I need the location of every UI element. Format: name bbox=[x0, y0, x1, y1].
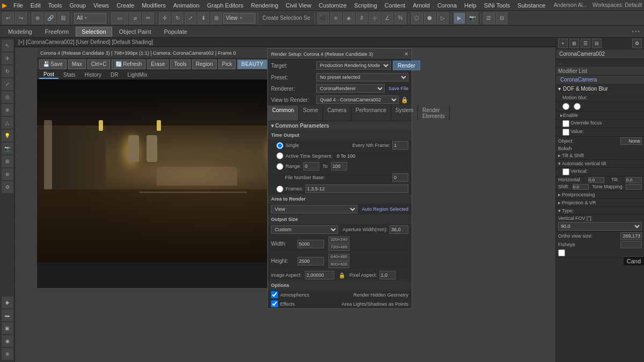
vertical-fov-input[interactable] bbox=[620, 232, 642, 240]
rtab-history[interactable]: History bbox=[80, 71, 106, 78]
toolbar-shape[interactable]: ⬢ bbox=[424, 12, 436, 24]
rs-area-select[interactable]: View bbox=[271, 205, 357, 213]
rs-title-bar[interactable]: Render Setup: Corona 4 (Release Candidat… bbox=[268, 49, 412, 60]
rs-options-header[interactable]: Options bbox=[268, 281, 412, 290]
rs-lock-icon[interactable]: 🔒 bbox=[401, 97, 408, 104]
toolbar-mirror[interactable]: ⬛ bbox=[317, 12, 329, 24]
menu-create[interactable]: Create bbox=[113, 2, 137, 9]
toolbar-select-move[interactable]: ⊞ bbox=[210, 12, 222, 24]
toolbar-align[interactable]: ≡ bbox=[330, 12, 342, 24]
rs-size-720[interactable]: 720×486 bbox=[328, 244, 349, 251]
beauty-btn[interactable]: BEAUTY bbox=[237, 60, 267, 69]
rs-tab-common[interactable]: Common bbox=[268, 106, 299, 121]
rs-effects-check[interactable] bbox=[271, 300, 278, 307]
toolbar-spinner[interactable]: ⬡ bbox=[411, 12, 423, 24]
menu-modifiers[interactable]: Modifiers bbox=[138, 2, 169, 9]
menu-tools[interactable]: Tools bbox=[45, 2, 65, 9]
left-icon-edge[interactable]: ▬ bbox=[2, 309, 13, 321]
menu-file[interactable]: File bbox=[10, 2, 26, 9]
rp-icon-1[interactable]: + bbox=[558, 39, 568, 48]
rs-tab-performance[interactable]: Performance bbox=[352, 106, 391, 121]
coord-dropdown[interactable]: View▾ bbox=[223, 13, 255, 24]
toolbar-layers[interactable]: ☰ bbox=[483, 12, 495, 24]
left-icon-spacewarps[interactable]: ⊛ bbox=[2, 168, 13, 180]
rs-size-800[interactable]: 800×600 bbox=[328, 261, 349, 268]
rs-output-header[interactable]: Output Size bbox=[268, 215, 412, 224]
rs-size-640[interactable]: 640×480 bbox=[328, 254, 349, 261]
rs-tab-scene[interactable]: Scene bbox=[299, 106, 323, 121]
rs-tab-camera[interactable]: Camera bbox=[323, 106, 352, 121]
dof-enable-check[interactable] bbox=[562, 120, 569, 127]
rs-target-select[interactable]: Production Rendering Mode bbox=[316, 61, 391, 70]
menu-content[interactable]: Content bbox=[382, 2, 409, 9]
region-btn[interactable]: Region bbox=[192, 60, 217, 69]
rs-time-output-header[interactable]: Time Output bbox=[268, 131, 412, 140]
toolbar-render[interactable]: ▶ bbox=[453, 12, 465, 24]
rtab-lightmix[interactable]: LightMix bbox=[123, 71, 151, 78]
toolbar-move[interactable]: ✛ bbox=[159, 12, 171, 24]
rs-save-file-btn[interactable]: Save File bbox=[388, 86, 408, 91]
rs-preset-select[interactable]: No preset selected bbox=[316, 73, 408, 82]
menu-scripting[interactable]: Scripting bbox=[351, 2, 380, 9]
menu-corona[interactable]: Corona bbox=[434, 2, 460, 9]
toolbar-icon-undo[interactable]: ↩ bbox=[2, 12, 14, 24]
rp-tone-mapping-header[interactable]: ▸Postprocessing bbox=[556, 191, 644, 199]
menu-views[interactable]: Views bbox=[90, 2, 112, 9]
menu-rendering[interactable]: Rendering bbox=[248, 2, 282, 9]
rp-postproc-header[interactable]: ▸Projection & VR bbox=[556, 199, 644, 207]
max-btn[interactable]: Max bbox=[68, 60, 86, 69]
vertical-input[interactable] bbox=[588, 177, 604, 183]
tab-freeform[interactable]: Freeform bbox=[39, 27, 75, 36]
toolbar-icon-link[interactable]: 🔗 bbox=[45, 12, 56, 24]
rs-area-header[interactable]: Area to Render bbox=[268, 195, 412, 204]
menu-arnold[interactable]: Arnold bbox=[409, 2, 433, 9]
rs-lock-aspect-icon[interactable]: 🔒 bbox=[339, 272, 345, 278]
menu-sini[interactable]: SiNi Tools bbox=[481, 2, 514, 9]
toolbar-named-sel[interactable]: ▷ bbox=[437, 12, 449, 24]
toolbar-grid[interactable]: # bbox=[356, 12, 368, 24]
tab-populate[interactable]: Populate bbox=[158, 27, 193, 36]
left-icon-pivot[interactable]: ⊗ bbox=[2, 348, 13, 360]
toolbar-angle[interactable]: ∠ bbox=[382, 12, 393, 24]
shift-input[interactable] bbox=[626, 184, 642, 190]
rs-atmospherics-check[interactable] bbox=[271, 291, 278, 298]
toolbar-rotate[interactable]: ↻ bbox=[172, 12, 184, 24]
erase-btn[interactable]: Erase bbox=[147, 60, 169, 69]
depth-of-field-header[interactable]: ▸Enable bbox=[556, 112, 644, 120]
auto-vert-check[interactable] bbox=[562, 168, 569, 175]
toolbar-icon-redo[interactable]: ↪ bbox=[15, 12, 27, 24]
ctrl-c-btn[interactable]: Ctrl+C bbox=[87, 60, 111, 69]
tab-modeling[interactable]: Modeling bbox=[2, 27, 38, 36]
rs-width-input[interactable] bbox=[297, 240, 324, 248]
pick-btn[interactable]: Pick bbox=[218, 60, 236, 69]
rs-tab-render-elements[interactable]: Render Elements bbox=[418, 106, 450, 121]
rp-projection-header[interactable]: ▾Type: bbox=[556, 207, 644, 215]
rs-custom-select[interactable]: Custom bbox=[271, 225, 338, 234]
corona-camera-item[interactable]: CoronaCamera bbox=[556, 76, 644, 84]
override-focus-check[interactable] bbox=[562, 129, 569, 136]
rs-range-to-input[interactable] bbox=[331, 162, 347, 171]
rs-range-radio[interactable] bbox=[276, 163, 283, 170]
left-icon-helpers[interactable]: ⊞ bbox=[2, 156, 13, 167]
left-icon-systems[interactable]: ⚙ bbox=[2, 181, 13, 193]
rs-active-time-radio[interactable] bbox=[276, 152, 283, 159]
rp-icon-5[interactable]: ⚙ bbox=[632, 39, 642, 48]
left-icon-lights[interactable]: 💡 bbox=[2, 130, 13, 142]
rs-close-btn[interactable]: ✕ bbox=[404, 51, 408, 57]
tools-btn[interactable]: Tools bbox=[170, 60, 190, 69]
menu-graph-editors[interactable]: Graph Editors bbox=[204, 2, 247, 9]
toolbar-cam[interactable]: 📷 bbox=[466, 12, 478, 24]
rtab-post[interactable]: Post bbox=[39, 71, 58, 79]
geometry-radio[interactable] bbox=[574, 103, 581, 110]
rs-size-320[interactable]: 320×240 bbox=[328, 237, 349, 243]
bokeh-header[interactable]: ▸Tilt & Shift bbox=[556, 152, 644, 160]
left-icon-shapes[interactable]: △ bbox=[2, 117, 13, 129]
left-icon-move[interactable]: ✛ bbox=[2, 53, 13, 64]
tilt-shift-header[interactable]: ▾Automatic vertical tilt bbox=[556, 160, 644, 168]
toolbar-scene[interactable]: ⊟ bbox=[496, 12, 508, 24]
toolbar-lasso[interactable]: ⌀ bbox=[129, 12, 141, 24]
left-icon-nurbs[interactable]: ◎ bbox=[2, 91, 13, 103]
rs-aperture-input[interactable] bbox=[390, 225, 408, 234]
left-icon-vertex[interactable]: ◆ bbox=[2, 297, 13, 308]
rs-view-select[interactable]: Quad 4 - CoronaCamera002 bbox=[316, 95, 399, 104]
